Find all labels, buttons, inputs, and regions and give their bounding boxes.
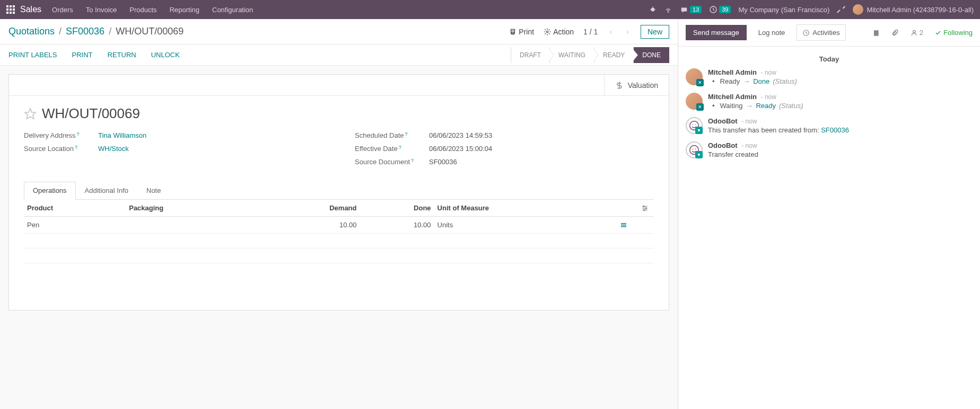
company-name[interactable]: My Company (San Francisco) (738, 6, 829, 14)
tools-icon[interactable] (837, 5, 845, 14)
source-document-value: SF00036 (429, 158, 457, 166)
pager: 1 / 1 (583, 28, 598, 36)
effective-date-value: 06/06/2023 15:00:04 (429, 145, 492, 153)
book-icon[interactable] (872, 29, 880, 37)
svg-rect-3 (6, 8, 8, 11)
svg-rect-2 (13, 5, 15, 7)
status-bar: DRAFT WAITING READY DONE (511, 47, 669, 63)
source-document-label: Source Document? (355, 158, 429, 166)
delivery-address-label: Delivery Address? (24, 131, 98, 139)
clock-icon[interactable]: 39 (709, 5, 731, 14)
unlock-button[interactable]: UNLOCK (151, 51, 180, 59)
cell-packaging (126, 217, 254, 234)
message: ♥ OdooBot - now This transfer has been c… (686, 117, 973, 134)
avatar: ✕ (686, 68, 703, 85)
action-button[interactable]: Action (544, 28, 574, 36)
status-waiting[interactable]: WAITING (549, 47, 594, 63)
svg-point-22 (643, 206, 644, 207)
col-done: Done (360, 200, 434, 217)
svg-point-24 (644, 209, 645, 210)
cell-product: Pen (24, 217, 126, 234)
msg-link[interactable]: SF00036 (821, 126, 849, 134)
table-row[interactable]: Pen 10.00 10.00 Units (24, 217, 654, 234)
nav-products[interactable]: Products (129, 6, 156, 14)
delivery-address-value[interactable]: Tina Williamson (98, 131, 146, 139)
cell-uom: Units (434, 217, 617, 234)
svg-point-17 (546, 31, 548, 33)
svg-point-13 (668, 12, 668, 12)
tab-additional-info[interactable]: Additional Info (76, 182, 137, 199)
msg-author: Mitchell Admin (708, 68, 757, 76)
clock-badge: 39 (719, 6, 731, 13)
svg-rect-4 (10, 8, 12, 11)
cell-demand: 10.00 (254, 217, 360, 234)
col-product: Product (24, 200, 126, 217)
form-area: Quotations / SF00036 / WH/OUT/00069 Prin… (0, 19, 678, 409)
breadcrumb-order[interactable]: SF00036 (66, 26, 104, 37)
nav-orders[interactable]: Orders (52, 6, 73, 14)
date-separator: Today (686, 55, 973, 63)
col-demand: Demand (254, 200, 360, 217)
wifi-icon[interactable] (664, 6, 672, 13)
favorite-star[interactable] (24, 108, 37, 120)
svg-rect-27 (621, 226, 626, 227)
new-button[interactable]: New (641, 25, 669, 39)
message: ♥ OdooBot - now Transfer created (686, 141, 973, 158)
messages-badge: 13 (690, 6, 702, 13)
print-button[interactable]: Print (509, 28, 534, 36)
send-message-button[interactable]: Send message (686, 25, 747, 40)
optional-columns-icon[interactable] (641, 204, 651, 212)
col-uom: Unit of Measure (434, 200, 617, 217)
detail-icon[interactable] (620, 222, 635, 228)
message: ✕ Mitchell Admin - now Ready → Done (Sta… (686, 68, 973, 85)
svg-rect-26 (621, 225, 626, 226)
source-location-value[interactable]: WH/Stock (98, 145, 129, 153)
tab-operations[interactable]: Operations (24, 182, 76, 200)
print-labels-button[interactable]: PRINT LABELS (8, 51, 57, 59)
scheduled-date-value: 06/06/2023 14:59:53 (429, 131, 492, 139)
app-name[interactable]: Sales (20, 5, 41, 14)
return-button[interactable]: RETURN (108, 51, 136, 59)
nav-configuration[interactable]: Configuration (212, 6, 253, 14)
form-sheet: Valuation WH/OUT/00069 Delivery Address?… (8, 74, 669, 310)
bot-avatar: ♥ (686, 141, 703, 158)
user-menu[interactable]: Mitchell Admin (42438799-16-0-all) (853, 4, 974, 15)
source-location-label: Source Location? (24, 145, 98, 153)
status-ready[interactable]: READY (594, 47, 633, 63)
scheduled-date-label: Scheduled Date? (355, 131, 429, 139)
print-link[interactable]: PRINT (72, 51, 93, 59)
user-name: Mitchell Admin (42438799-16-0-all) (867, 6, 974, 14)
status-draft[interactable]: DRAFT (511, 47, 549, 63)
following-button[interactable]: Following (935, 29, 973, 37)
bug-icon[interactable] (649, 6, 657, 13)
tab-note[interactable]: Note (137, 182, 170, 199)
status-done[interactable]: DONE (633, 47, 669, 63)
svg-rect-0 (6, 5, 8, 7)
nav-to-invoice[interactable]: To Invoice (86, 6, 117, 14)
valuation-button[interactable]: Valuation (604, 75, 669, 95)
nav-reporting[interactable]: Reporting (170, 6, 199, 14)
tabs: Operations Additional Info Note (24, 182, 654, 200)
svg-rect-7 (10, 12, 12, 14)
activities-button[interactable]: Activities (797, 24, 845, 41)
breadcrumb-quotations[interactable]: Quotations (8, 26, 55, 37)
breadcrumb-current: WH/OUT/00069 (116, 26, 183, 37)
attachment-icon[interactable] (891, 29, 899, 37)
apps-icon[interactable] (6, 5, 15, 14)
page-title: WH/OUT/00069 (42, 105, 140, 122)
avatar: ✕ (686, 93, 703, 110)
pager-prev[interactable]: ‹ (607, 27, 614, 37)
log-note-button[interactable]: Log note (753, 25, 791, 40)
pager-next[interactable]: › (624, 27, 631, 37)
followers-count[interactable]: 2 (911, 29, 923, 37)
svg-rect-8 (13, 12, 15, 14)
svg-point-23 (645, 207, 646, 208)
top-nav: Sales Orders To Invoice Products Reporti… (0, 0, 980, 19)
breadcrumb-bar: Quotations / SF00036 / WH/OUT/00069 Prin… (0, 19, 678, 45)
col-packaging: Packaging (126, 200, 254, 217)
toolbar: PRINT LABELS PRINT RETURN UNLOCK DRAFT W… (0, 45, 678, 66)
svg-rect-1 (10, 5, 12, 7)
cell-done: 10.00 (360, 217, 434, 234)
messages-icon[interactable]: 13 (680, 6, 702, 13)
svg-point-29 (913, 30, 916, 33)
